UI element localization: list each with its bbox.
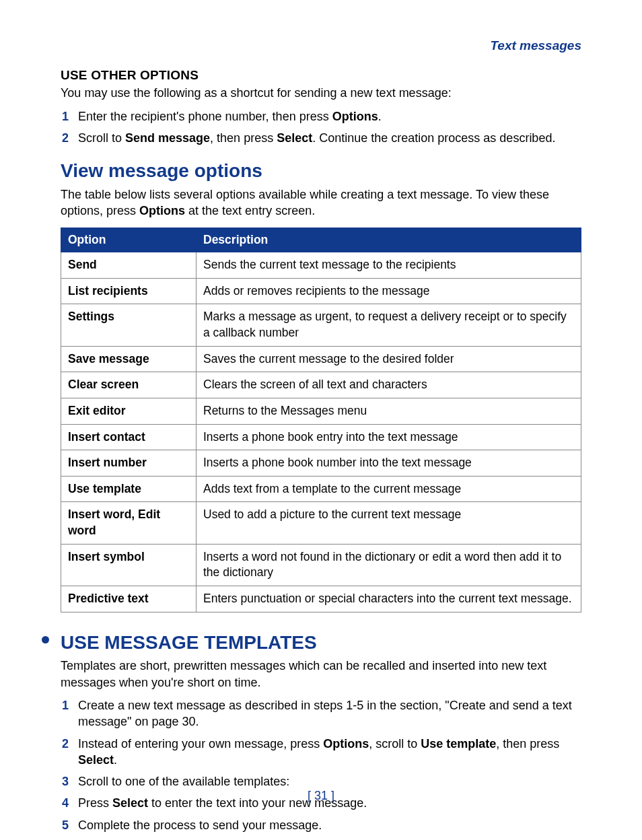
- option-description: Returns to the Messages menu: [197, 398, 581, 424]
- table-row: SettingsMarks a message as urgent, to re…: [61, 304, 581, 346]
- option-name: List recipients: [61, 278, 197, 304]
- option-description: Inserts a phone book number into the tex…: [197, 450, 581, 477]
- templates-intro: Templates are short, prewritten messages…: [61, 658, 581, 691]
- option-name: Exit editor: [61, 398, 197, 424]
- option-name: Save message: [61, 346, 197, 372]
- step-text: , then press: [210, 131, 277, 145]
- intro-text: at the text entry screen.: [185, 204, 315, 217]
- option-description: Inserts a phone book entry into the text…: [197, 424, 581, 450]
- bold-text: Use template: [421, 737, 496, 750]
- step-text: Scroll to one of the available templates…: [78, 775, 289, 788]
- heading-use-message-templates: USE MESSAGE TEMPLATES: [61, 630, 581, 656]
- option-name: Clear screen: [61, 372, 197, 398]
- option-description: Inserts a word not found in the dictiona…: [197, 544, 581, 586]
- step-text: . Continue the creation process as descr…: [312, 131, 555, 145]
- table-row: Save messageSaves the current message to…: [61, 346, 581, 372]
- list-item: 1 Enter the recipient's phone number, th…: [61, 108, 581, 125]
- table-header-row: Option Description: [61, 228, 581, 252]
- option-description: Sends the current text message to the re…: [197, 252, 581, 279]
- option-description: Adds or removes recipients to the messag…: [197, 278, 581, 304]
- step-number: 5: [62, 817, 69, 833]
- step-text: Complete the process to send your messag…: [78, 818, 322, 832]
- option-name: Settings: [61, 304, 197, 346]
- step-number: 2: [62, 130, 69, 146]
- table-row: Insert symbolInserts a word not found in…: [61, 544, 581, 586]
- list-item: 1Create a new text message as described …: [61, 697, 581, 730]
- step-number: 1: [62, 108, 69, 125]
- bold-text: Select: [78, 753, 114, 767]
- table-row: Predictive textEnters punctuation or spe…: [61, 586, 581, 612]
- bold-text: Send message: [125, 131, 210, 145]
- table-row: Use templateAdds text from a template to…: [61, 476, 581, 502]
- step-text: , then press: [496, 737, 559, 750]
- use-other-intro: You may use the following as a shortcut …: [61, 85, 581, 101]
- step-text: Enter the recipient's phone number, then…: [78, 110, 332, 123]
- table-row: Insert word, Edit wordUsed to add a pict…: [61, 502, 581, 544]
- table-row: SendSends the current text message to th…: [61, 252, 581, 279]
- step-text: , scroll to: [369, 737, 421, 750]
- option-description: Enters punctuation or special characters…: [197, 586, 581, 612]
- options-table: Option Description SendSends the current…: [61, 228, 581, 612]
- bullet-icon: [42, 636, 49, 643]
- option-description: Saves the current message to the desired…: [197, 346, 581, 372]
- option-name: Insert contact: [61, 424, 197, 450]
- option-name: Insert symbol: [61, 544, 197, 586]
- option-name: Insert word, Edit word: [61, 502, 197, 544]
- option-name: Insert number: [61, 450, 197, 477]
- table-row: Insert numberInserts a phone book number…: [61, 450, 581, 477]
- bold-text: Options: [139, 204, 185, 217]
- option-description: Used to add a picture to the current tex…: [197, 502, 581, 544]
- bold-text: Select: [277, 131, 312, 145]
- view-options-intro: The table below lists several options av…: [61, 186, 581, 219]
- step-text: .: [114, 753, 117, 767]
- table-row: Exit editorReturns to the Messages menu: [61, 398, 581, 424]
- heading-text: USE MESSAGE TEMPLATES: [61, 632, 317, 653]
- page-content: Text messages USE OTHER OPTIONS You may …: [0, 0, 642, 833]
- option-name: Predictive text: [61, 586, 197, 612]
- use-other-steps: 1 Enter the recipient's phone number, th…: [61, 108, 581, 147]
- option-description: Marks a message as urgent, to request a …: [197, 304, 581, 346]
- table-row: List recipientsAdds or removes recipient…: [61, 278, 581, 304]
- option-description: Clears the screen of all text and charac…: [197, 372, 581, 398]
- table-row: Clear screenClears the screen of all tex…: [61, 372, 581, 398]
- heading-view-message-options: View message options: [61, 158, 581, 184]
- templates-steps: 1Create a new text message as described …: [61, 697, 581, 833]
- option-description: Adds text from a template to the current…: [197, 476, 581, 502]
- bold-text: Options: [332, 110, 378, 123]
- list-item: 2 Scroll to Send message, then press Sel…: [61, 130, 581, 146]
- table-row: Insert contactInserts a phone book entry…: [61, 424, 581, 450]
- page-number: [ 31 ]: [0, 788, 642, 804]
- step-number: 2: [62, 736, 69, 752]
- heading-use-other-options: USE OTHER OPTIONS: [61, 67, 581, 84]
- step-text: .: [378, 110, 382, 123]
- option-name: Use template: [61, 476, 197, 502]
- option-name: Send: [61, 252, 197, 279]
- step-text: Create a new text message as described i…: [78, 699, 572, 728]
- step-text: Scroll to: [78, 131, 125, 145]
- table-header-description: Description: [197, 228, 581, 252]
- list-item: 2Instead of entering your own message, p…: [61, 736, 581, 769]
- step-text: Instead of entering your own message, pr…: [78, 737, 323, 750]
- step-number: 1: [62, 697, 69, 713]
- running-header: Text messages: [61, 37, 581, 55]
- list-item: 5Complete the process to send your messa…: [61, 817, 581, 833]
- table-header-option: Option: [61, 228, 197, 252]
- bold-text: Options: [323, 737, 369, 750]
